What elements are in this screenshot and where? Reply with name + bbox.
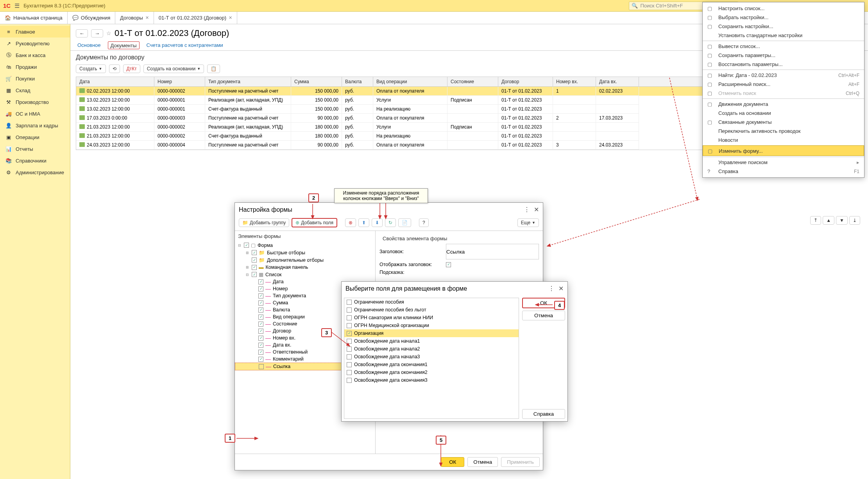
tree-extra-filters[interactable]: 📁Дополнительные отборы: [235, 256, 375, 264]
ctx-item[interactable]: Создать на основании: [703, 109, 864, 118]
favorite-icon[interactable]: ☆: [106, 30, 111, 36]
field-option[interactable]: Освобождение дата окончания3: [344, 376, 519, 384]
checkbox-icon[interactable]: [252, 272, 257, 277]
add-group-button[interactable]: 📁 Добавить группу: [239, 218, 289, 227]
checkbox-icon[interactable]: [258, 279, 263, 284]
col-sum[interactable]: Сумма: [291, 77, 342, 86]
field-option[interactable]: Освобождение дата окончания1: [344, 361, 519, 368]
sidebar-item-purchases[interactable]: 🛒Покупки: [0, 73, 70, 84]
ctx-item[interactable]: Переключить активность проводок: [703, 127, 864, 136]
col-num-in[interactable]: Номер вх.: [553, 77, 596, 86]
add-fields-button[interactable]: ⊕ Добавить поля: [292, 218, 337, 227]
dialog-close-icon[interactable]: ✕: [558, 285, 564, 292]
scroll-top-icon[interactable]: ⤒: [810, 216, 821, 225]
help-button[interactable]: Справка: [522, 409, 565, 419]
close-icon[interactable]: ✕: [145, 15, 149, 20]
checkbox-icon[interactable]: [347, 339, 352, 344]
help-button[interactable]: ?: [419, 218, 429, 227]
col-operation[interactable]: Вид операции: [373, 77, 447, 86]
more-button[interactable]: Еще ▼: [517, 218, 539, 227]
checkbox-icon[interactable]: [347, 378, 352, 383]
checkbox-icon[interactable]: [258, 343, 263, 348]
field-list[interactable]: Ограничение пособияОграничение пособия б…: [344, 298, 519, 419]
col-date[interactable]: Дата: [76, 77, 154, 86]
checkbox-icon[interactable]: [258, 350, 263, 355]
ctx-item[interactable]: ▢Движения документа: [703, 98, 864, 109]
checkbox-icon[interactable]: [347, 331, 352, 336]
sidebar-item-assets[interactable]: 🚚ОС и НМА: [0, 108, 70, 120]
tree-command-panel[interactable]: ⊞▬Командная панель: [235, 264, 375, 271]
cancel-button[interactable]: Отмена: [522, 311, 565, 320]
refresh-button[interactable]: ⟲: [109, 64, 120, 73]
field-option[interactable]: ОГРН Медицинской организации: [344, 322, 519, 329]
ctx-item[interactable]: ▢Вывести список...: [703, 41, 864, 51]
ctx-item[interactable]: Установить стандартные настройки: [703, 31, 864, 40]
create-button[interactable]: Создать▼: [76, 64, 106, 73]
col-type[interactable]: Тип документа: [205, 77, 291, 86]
sidebar-item-salary[interactable]: 👤Зарплата и кадры: [0, 120, 70, 131]
ctx-item[interactable]: ▢Восстановить параметры...: [703, 60, 864, 69]
checkbox-icon[interactable]: [244, 243, 249, 248]
prop-show-checkbox[interactable]: [446, 262, 451, 267]
checkbox-icon[interactable]: [258, 315, 263, 320]
dialog-more-icon[interactable]: ⋮: [524, 206, 530, 213]
ctx-item[interactable]: Новости: [703, 136, 864, 145]
checkbox-icon[interactable]: [252, 250, 257, 255]
tab-accounts[interactable]: Счета расчетов с контрагентами: [145, 41, 225, 50]
checkbox-icon[interactable]: [347, 323, 352, 328]
sidebar-item-sales[interactable]: 🛍Продажи: [0, 61, 70, 73]
checkbox-icon[interactable]: [347, 315, 352, 320]
tree-form[interactable]: ⊟▢Форма: [235, 241, 375, 249]
ctx-item[interactable]: ?СправкаF1: [703, 167, 864, 176]
checkbox-icon[interactable]: [347, 370, 352, 375]
cancel-button[interactable]: Отмена: [467, 457, 498, 467]
up-button[interactable]: ⬆: [358, 218, 369, 227]
checkbox-icon[interactable]: [258, 286, 263, 291]
col-currency[interactable]: Валюта: [342, 77, 373, 86]
back-button[interactable]: ←: [76, 29, 88, 38]
field-option[interactable]: Освобождение дата начала1: [344, 337, 519, 345]
checkbox-icon[interactable]: [252, 265, 257, 270]
checkbox-icon[interactable]: [347, 300, 352, 305]
refresh-button[interactable]: ↻: [385, 218, 396, 227]
col-date-in[interactable]: Дата вх.: [596, 77, 639, 86]
sidebar-item-main[interactable]: ≡Главное: [0, 26, 70, 38]
ctx-item[interactable]: ▢Сохранить настройки...: [703, 22, 864, 31]
ctx-item[interactable]: ▢Сохранить параметры...: [703, 51, 864, 60]
sidebar-item-admin[interactable]: ⚙Администрирование: [0, 166, 70, 178]
sidebar-item-catalogs[interactable]: 📚Справочники: [0, 155, 70, 166]
field-option[interactable]: Освобождение дата начала2: [344, 345, 519, 353]
nav-tab-2[interactable]: 01-Т от 01.02.2023 (Договор) ✕: [154, 12, 237, 24]
ctx-item[interactable]: ▢Связанные документы: [703, 118, 864, 127]
tab-documents[interactable]: Документы: [108, 41, 140, 49]
dialog-close-icon[interactable]: ✕: [534, 206, 539, 213]
ctx-item[interactable]: ▢Расширенный поиск...Alt+F: [703, 80, 864, 89]
ok-button[interactable]: ОК: [441, 457, 464, 467]
sidebar-item-reports[interactable]: 📊Отчеты: [0, 143, 70, 155]
checkbox-icon[interactable]: [347, 362, 352, 367]
ctx-item[interactable]: ▢Найти: Дата - 02.02.2023Ctrl+Alt+F: [703, 70, 864, 80]
tree-quick-filters[interactable]: ⊞📁Быстрые отборы: [235, 249, 375, 256]
checkbox-icon[interactable]: [347, 354, 352, 359]
forward-button[interactable]: →: [91, 29, 103, 38]
field-option[interactable]: Освобождение дата начала3: [344, 353, 519, 361]
sidebar-item-warehouse[interactable]: ▦Склад: [0, 84, 70, 96]
field-option[interactable]: Освобождение дата окончания2: [344, 368, 519, 376]
prop-title-input[interactable]: [446, 244, 539, 259]
ctx-item[interactable]: ▢Изменить форму...: [703, 145, 864, 156]
scroll-down-icon[interactable]: ▼: [836, 216, 848, 225]
col-state[interactable]: Состояние: [447, 77, 498, 86]
tab-main[interactable]: Основное: [76, 41, 102, 50]
scroll-bottom-icon[interactable]: ⤓: [849, 216, 860, 225]
close-icon[interactable]: ✕: [229, 15, 232, 20]
dialog-more-icon[interactable]: ⋮: [548, 285, 555, 292]
tree-list[interactable]: ⊟▦Список: [235, 271, 375, 278]
ctx-item[interactable]: ▢Настроить список...: [703, 4, 864, 13]
print-button[interactable]: 📋: [207, 64, 220, 73]
checkbox-icon[interactable]: [258, 307, 263, 313]
dktr-button[interactable]: ДтКт: [123, 64, 140, 73]
sidebar-item-manager[interactable]: ↗Руководителю: [0, 38, 70, 49]
nav-discuss[interactable]: 💬 Обсуждения: [68, 12, 116, 24]
copy-button[interactable]: 📄: [398, 218, 411, 227]
down-button[interactable]: ⬇: [372, 218, 383, 227]
